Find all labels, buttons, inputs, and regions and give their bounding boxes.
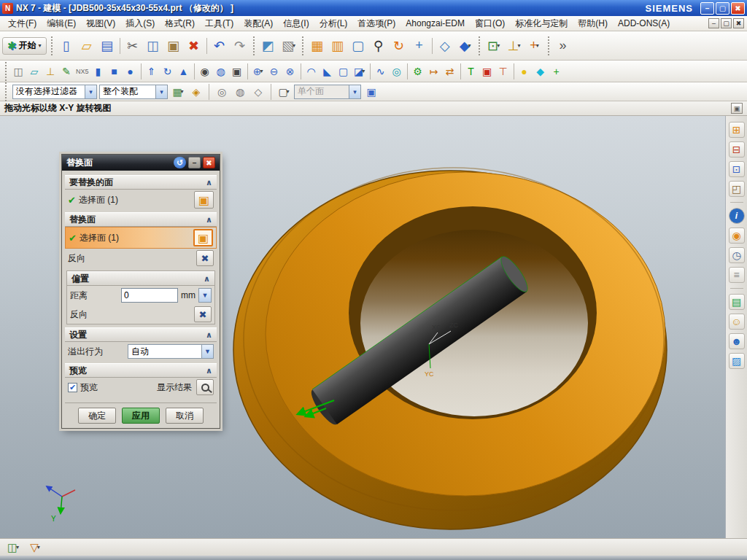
datum-csys-icon[interactable]: ⊥▾ [504, 36, 525, 56]
distance-input[interactable] [121, 288, 178, 303]
replace-face-icon[interactable]: ⇄ [442, 63, 458, 79]
datum-axis-icon[interactable]: ⊥ [42, 63, 58, 79]
document-restore-button[interactable]: ▢ [721, 18, 732, 28]
window-minimize-button[interactable]: – [700, 2, 714, 15]
face-select-icon[interactable]: ▣ [194, 191, 214, 209]
copy-icon[interactable]: ◫ [143, 36, 163, 56]
window-cascade-icon[interactable]: ▦ [307, 36, 328, 56]
chevron-up-icon[interactable]: ∧ [204, 274, 210, 284]
menu-item-11[interactable]: Ahongzai-EDM [400, 17, 470, 30]
snap-view-icon[interactable]: ⊡▾ [484, 36, 504, 56]
chevron-down-icon[interactable]: ▾ [155, 85, 167, 98]
red-mold-tool-icon[interactable]: ▣ [479, 63, 495, 79]
intersect-icon[interactable]: ⊗ [282, 63, 298, 79]
target-face-row[interactable]: ✔ 选择面 (1) ▣ [65, 190, 217, 210]
shaded-display-icon[interactable]: ◆▾ [455, 36, 476, 56]
web-browser-icon[interactable]: ◉ [729, 228, 745, 244]
selection-scope-dropdown[interactable]: 整个装配 ▾ [99, 85, 168, 99]
wireframe-select-icon[interactable]: ◇ [250, 84, 266, 100]
window-maximize-button[interactable]: ▢ [716, 2, 729, 15]
menu-item-3[interactable]: 视图(V) [81, 16, 120, 31]
chevron-down-icon[interactable]: ▾ [85, 85, 96, 98]
highlight-toggle-icon[interactable]: ◎ [214, 84, 230, 100]
view-manipulation-icon[interactable]: ◫▾ [4, 539, 22, 556]
snap-point-toggle-icon[interactable]: ▦▾ [170, 84, 186, 100]
dialog-reset-button[interactable]: ↺ [174, 157, 186, 168]
section-preview[interactable]: 预览 ∧ [65, 363, 217, 378]
menu-item-9[interactable]: 分析(L) [314, 16, 353, 31]
boss-icon[interactable]: ◍ [213, 63, 229, 79]
reverse-direction-icon[interactable]: ✖ [194, 306, 212, 322]
menu-item-10[interactable]: 首选项(P) [352, 16, 400, 31]
section-replacement-face[interactable]: 替换面 ∧ [65, 212, 217, 227]
green-t-tool-icon[interactable]: T [463, 63, 479, 79]
menu-item-12[interactable]: 窗口(O) [470, 16, 510, 31]
roles-icon[interactable]: ☺ [729, 314, 745, 330]
redo-icon[interactable]: ↷ [230, 36, 250, 56]
apply-button[interactable]: 应用 [122, 408, 160, 424]
color-palette-icon[interactable]: ▤ [729, 294, 745, 310]
synchronous-modeling-icon[interactable]: ⚙ [410, 63, 426, 79]
hd3d-tool-icon[interactable]: i [729, 208, 745, 224]
preview-checkbox[interactable]: ✔ [68, 383, 77, 392]
menu-item-4[interactable]: 插入(S) [120, 16, 160, 31]
chevron-up-icon[interactable]: ∧ [206, 178, 212, 187]
cyan-diamond-icon[interactable]: ◆ [533, 63, 549, 79]
unit-options-icon[interactable]: ▼ [198, 288, 212, 303]
chamfer-icon[interactable]: ◣ [320, 63, 336, 79]
constraint-navigator-icon[interactable]: ⊟ [729, 141, 745, 158]
document-minimize-button[interactable]: – [708, 18, 719, 28]
section-settings[interactable]: 设置 ∧ [65, 327, 217, 342]
plug-tool-icon[interactable]: + [549, 63, 565, 79]
menu-item-13[interactable]: 标准化与定制 [510, 16, 573, 31]
zoom-icon[interactable]: ⚲ [368, 36, 389, 56]
toolbar-grip[interactable] [548, 36, 550, 55]
menu-item-1[interactable]: 文件(F) [3, 16, 42, 31]
chevron-up-icon[interactable]: ∧ [206, 330, 212, 340]
graphics-viewport[interactable]: XC ZC YC Y 替换面 ↺ – ✖ [0, 116, 725, 538]
capture-image-icon[interactable]: ▧▾ [279, 36, 299, 56]
chevron-up-icon[interactable]: ∧ [206, 366, 212, 376]
pocket-icon[interactable]: ▣ [229, 63, 245, 79]
rotate-view-icon[interactable]: ↻ [389, 36, 409, 56]
toolbar-grip[interactable] [5, 62, 7, 81]
menu-item-7[interactable]: 装配(A) [239, 16, 278, 31]
more-tools-icon[interactable]: » [553, 36, 573, 56]
title-bar[interactable]: N NX 7 - 建模 - [JDB500-35x45x30-55x4.prt … [0, 0, 747, 16]
face-select-icon[interactable]: ▣ [193, 229, 213, 246]
dialog-minimize-button[interactable]: – [188, 157, 201, 168]
overflow-behavior-dropdown[interactable]: 自动 ▼ [128, 344, 214, 359]
edge-blend-icon[interactable]: ◠ [303, 63, 320, 79]
toolbar-grip[interactable] [479, 36, 481, 55]
sphere-icon[interactable]: ● [123, 63, 139, 79]
system-materials-icon[interactable]: ▨ [729, 353, 745, 369]
hole-icon[interactable]: ◉ [197, 63, 213, 79]
cut-icon[interactable]: ✂ [123, 36, 143, 56]
unite-icon[interactable]: ⊕▾ [250, 63, 266, 79]
toolbar-grip[interactable] [253, 36, 255, 55]
document-close-button[interactable]: ✖ [733, 18, 744, 28]
cylinder-icon[interactable]: ▮ [90, 63, 107, 79]
cancel-button[interactable]: 取消 [166, 408, 204, 424]
electrode-tool-icon[interactable]: ⊤ [495, 63, 511, 79]
menu-item-6[interactable]: 工具(T) [200, 16, 239, 31]
yellow-dot-icon[interactable]: ● [516, 63, 533, 79]
menu-item-8[interactable]: 信息(I) [278, 16, 314, 31]
selection-filter-dropdown[interactable]: 没有选择过滤器 ▾ [12, 85, 97, 99]
menu-item-2[interactable]: 编辑(E) [42, 16, 81, 31]
datum-plane-icon[interactable]: ▱ [26, 63, 42, 79]
sketch-icon[interactable]: ✎ [58, 63, 74, 79]
start-button[interactable]: ✱ 开始 ▾ [2, 37, 47, 55]
process-list-icon[interactable]: ≡ [729, 267, 745, 283]
shade-select-icon[interactable]: ◍ [232, 84, 248, 100]
section-offset[interactable]: 偏置 ∧ [67, 271, 214, 286]
ok-button[interactable]: 确定 [78, 408, 116, 424]
subtract-icon[interactable]: ⊖ [266, 63, 282, 79]
command-finder-icon[interactable]: ◩ [258, 36, 279, 56]
shell-icon[interactable]: ▢ [336, 63, 352, 79]
replace-face-dialog[interactable]: 替换面 ↺ – ✖ 要替换的面 ∧ ✔ 选择面 (1) ▣ [61, 154, 220, 429]
revolve-icon[interactable]: ↻ [160, 63, 176, 79]
menu-item-5[interactable]: 格式(R) [160, 16, 200, 31]
menu-item-15[interactable]: ADD-ONS(A) [613, 17, 675, 30]
point-dialog-icon[interactable]: +▾ [525, 36, 545, 56]
